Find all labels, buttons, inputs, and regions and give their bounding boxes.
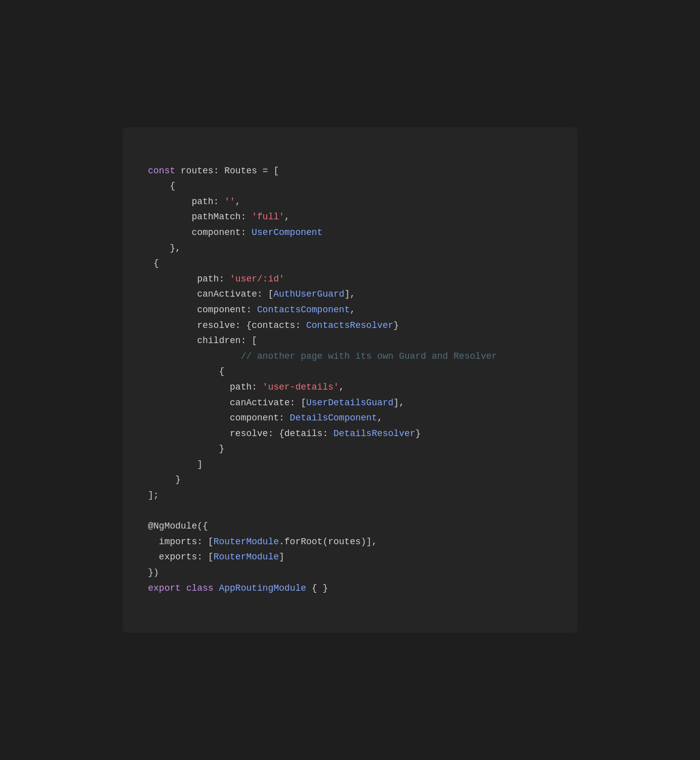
line-14: { — [148, 366, 224, 376]
code-block: const routes: Routes = [ { path: '', pat… — [148, 148, 552, 611]
line-19: } — [148, 444, 224, 454]
code-container: const routes: Routes = [ { path: '', pat… — [123, 127, 577, 633]
line-7: { — [148, 258, 159, 268]
line-11: resolve: {contacts: ContactsResolver} — [148, 320, 399, 330]
line-3: path: '', — [148, 197, 241, 207]
line-9: canActivate: [AuthUserGuard], — [148, 289, 356, 299]
line-12: children: [ — [148, 336, 257, 346]
line-17: component: DetailsComponent, — [148, 413, 383, 423]
line-10: component: ContactsComponent, — [148, 305, 356, 315]
line-15: path: 'user-details', — [148, 382, 344, 392]
line-6: }, — [148, 243, 181, 253]
line-1: const routes: Routes = [ — [148, 166, 279, 176]
line-26: exports: [RouterModule] — [148, 552, 284, 562]
line-27: }) — [148, 567, 159, 578]
line-23 — [148, 506, 154, 516]
line-28: export class AppRoutingModule { } — [148, 583, 328, 593]
line-21: } — [148, 474, 181, 485]
line-13: // another page with its own Guard and R… — [148, 351, 497, 361]
line-8: path: 'user/:id' — [148, 274, 284, 284]
line-16: canActivate: [UserDetailsGuard], — [148, 398, 405, 408]
line-5: component: UserComponent — [148, 227, 323, 238]
line-2: { — [148, 181, 175, 191]
line-18: resolve: {details: DetailsResolver} — [148, 429, 421, 439]
line-20: ] — [148, 459, 203, 469]
line-25: imports: [RouterModule.forRoot(routes)], — [148, 537, 377, 547]
line-24: @NgModule({ — [148, 521, 208, 531]
line-22: ]; — [148, 490, 159, 500]
line-4: pathMatch: 'full', — [148, 212, 290, 222]
